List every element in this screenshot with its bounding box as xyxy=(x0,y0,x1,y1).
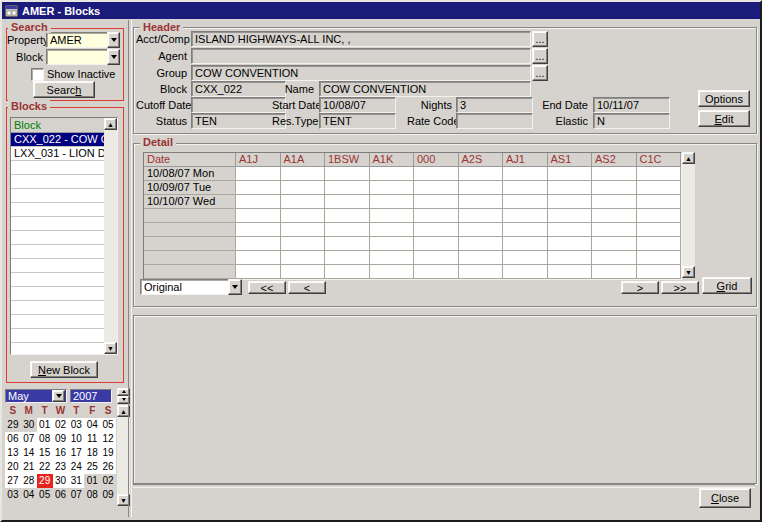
grid-cell[interactable] xyxy=(325,167,370,181)
property-dropdown-button[interactable] xyxy=(107,32,120,48)
grid-cell[interactable] xyxy=(236,251,281,265)
grid-cell[interactable] xyxy=(370,209,415,223)
grid-cell[interactable] xyxy=(548,195,593,209)
window-titlebar[interactable]: AMER - Blocks xyxy=(2,2,760,19)
block-dropdown-button[interactable] xyxy=(107,49,120,65)
grid-cell[interactable] xyxy=(325,223,370,237)
group-field[interactable]: COW CONVENTION xyxy=(191,65,531,81)
grid-cell[interactable] xyxy=(548,223,593,237)
grid-cell[interactable] xyxy=(236,223,281,237)
grid-cell[interactable] xyxy=(637,167,682,181)
elastic-field[interactable]: N xyxy=(593,113,670,129)
calendar-day[interactable]: 12 xyxy=(100,432,116,446)
grid-cell[interactable] xyxy=(414,265,459,279)
calendar-day[interactable]: 10 xyxy=(68,432,84,446)
calendar-month-select[interactable]: May xyxy=(5,389,67,403)
grid-cell[interactable] xyxy=(592,251,637,265)
edit-button[interactable]: Edit xyxy=(698,110,750,127)
show-inactive-checkbox[interactable] xyxy=(31,68,44,81)
acct-comp-lookup-button[interactable]: ... xyxy=(532,31,548,47)
name-field[interactable]: COW CONVENTION xyxy=(319,81,531,97)
calendar-day[interactable]: 29 xyxy=(5,418,21,432)
close-button[interactable]: Close xyxy=(699,488,751,508)
grid-cell[interactable] xyxy=(281,181,326,195)
grid-cell[interactable] xyxy=(325,251,370,265)
calendar-day[interactable]: 22 xyxy=(37,460,53,474)
calendar-day[interactable]: 16 xyxy=(53,446,69,460)
grid-cell[interactable] xyxy=(637,181,682,195)
grid-cell[interactable] xyxy=(548,237,593,251)
agent-field[interactable] xyxy=(191,48,531,64)
calendar-day[interactable]: 21 xyxy=(21,460,37,474)
grid-cell[interactable] xyxy=(459,251,504,265)
options-button[interactable]: Options xyxy=(698,90,750,107)
grid-cell[interactable] xyxy=(281,237,326,251)
calendar-day[interactable]: 06 xyxy=(5,432,21,446)
grid-cell[interactable] xyxy=(637,209,682,223)
grid-cell[interactable] xyxy=(503,195,548,209)
grid-cell[interactable] xyxy=(236,167,281,181)
calendar-day[interactable]: 14 xyxy=(21,446,37,460)
grid-cell[interactable] xyxy=(459,265,504,279)
grid-cell[interactable] xyxy=(503,209,548,223)
grid-cell[interactable] xyxy=(370,195,415,209)
grid-cell[interactable] xyxy=(459,195,504,209)
search-button[interactable]: Search xyxy=(33,81,95,98)
scroll-up-button[interactable]: ▲ xyxy=(104,118,117,130)
prev-page-button[interactable]: < xyxy=(288,281,326,294)
grid-cell[interactable] xyxy=(637,223,682,237)
calendar-day[interactable]: 02 xyxy=(100,474,116,488)
grid-cell[interactable] xyxy=(370,251,415,265)
grid-cell[interactable] xyxy=(281,209,326,223)
calendar-day[interactable]: 05 xyxy=(37,488,53,502)
grid-cell[interactable] xyxy=(236,195,281,209)
first-page-button[interactable]: << xyxy=(248,281,286,294)
calendar-day[interactable]: 30 xyxy=(21,418,37,432)
grid-cell[interactable] xyxy=(370,181,415,195)
end-date-field[interactable]: 10/11/07 xyxy=(593,97,670,113)
grid-cell[interactable] xyxy=(459,209,504,223)
grid-cell[interactable] xyxy=(236,265,281,279)
grid-cell[interactable] xyxy=(548,251,593,265)
new-block-button[interactable]: New Block xyxy=(30,361,98,378)
calendar-day[interactable]: 02 xyxy=(53,418,69,432)
grid-cell[interactable] xyxy=(414,167,459,181)
grid-cell[interactable] xyxy=(548,265,593,279)
grid-cell[interactable] xyxy=(281,223,326,237)
grid-button[interactable]: Grid xyxy=(702,277,752,294)
res-type-field[interactable]: TENT xyxy=(319,113,396,129)
calendar-day[interactable]: 08 xyxy=(84,488,100,502)
calendar-day[interactable]: 29 xyxy=(37,474,53,488)
calendar-day[interactable]: 17 xyxy=(68,446,84,460)
calendar-day[interactable]: 19 xyxy=(100,446,116,460)
grid-cell[interactable] xyxy=(325,181,370,195)
grid-cell[interactable] xyxy=(281,251,326,265)
grid-cell[interactable] xyxy=(503,265,548,279)
agent-lookup-button[interactable]: ... xyxy=(532,48,548,64)
blocks-list-scrollbar[interactable]: ▲ ▼ xyxy=(104,118,117,354)
grid-cell[interactable] xyxy=(548,209,593,223)
grid-cell[interactable] xyxy=(414,181,459,195)
block-list-item[interactable]: CXX_022 - COW CONVEN xyxy=(11,133,104,147)
calendar-day[interactable]: 15 xyxy=(37,446,53,460)
calendar-year-field[interactable]: 2007 xyxy=(70,389,112,403)
grid-cell[interactable] xyxy=(592,265,637,279)
grid-cell[interactable] xyxy=(548,167,593,181)
calendar-day[interactable]: 28 xyxy=(21,474,37,488)
block-input[interactable] xyxy=(46,49,111,65)
grid-cell[interactable] xyxy=(236,237,281,251)
grid-cell[interactable] xyxy=(325,209,370,223)
calendar-day[interactable]: 06 xyxy=(53,488,69,502)
calendar-day[interactable]: 11 xyxy=(84,432,100,446)
acct-comp-field[interactable]: ISLAND HIGHWAYS-ALL INC, , xyxy=(191,31,531,47)
grid-cell[interactable] xyxy=(503,251,548,265)
grid-cell[interactable] xyxy=(503,167,548,181)
block-list-item[interactable]: LXX_031 - LION DO xyxy=(11,147,104,161)
grid-cell[interactable] xyxy=(637,195,682,209)
grid-cell[interactable] xyxy=(592,223,637,237)
next-page-button[interactable]: > xyxy=(621,281,659,294)
calendar-day[interactable]: 18 xyxy=(84,446,100,460)
grid-cell[interactable] xyxy=(414,195,459,209)
grid-cell[interactable] xyxy=(503,223,548,237)
grid-cell[interactable] xyxy=(637,265,682,279)
